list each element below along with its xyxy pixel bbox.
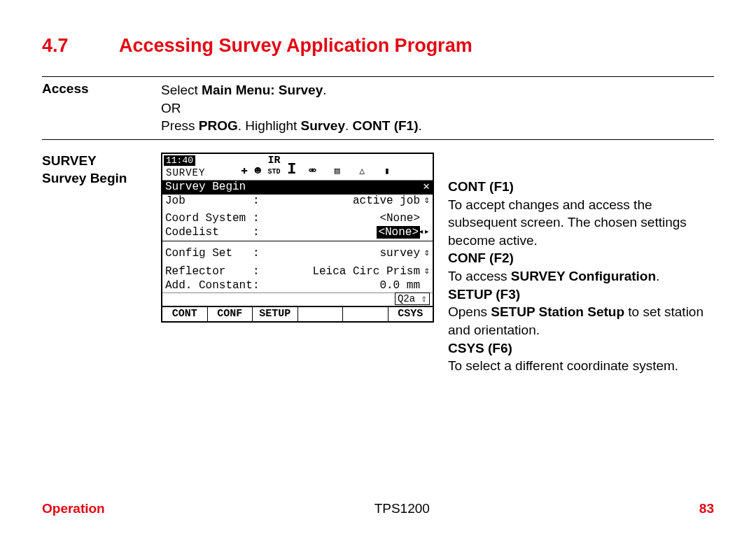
lcd-row-coordsys: Coord System: <None> <box>162 212 433 226</box>
close-icon: ✕ <box>423 181 430 194</box>
desc-conf-title: CONF (F2) <box>448 249 714 267</box>
desc-setup-title: SETUP (F3) <box>448 285 714 304</box>
updown-icon: ⇕ <box>424 248 430 258</box>
lcd-statusbar: 11:40 SURVEY ✚ ☻ IR STD I ⚮ ▤ △ ▮ <box>162 154 433 181</box>
softkey-f3[interactable]: SETUP <box>253 307 298 322</box>
lcd-mode: SURVEY <box>164 167 205 178</box>
softkey-descriptions: CONT (F1) To accept changes and access t… <box>448 153 714 375</box>
desc-csys-body: To select a different coordinate system. <box>448 357 714 375</box>
access-row: Access Select Main Menu: Survey. OR Pres… <box>42 81 714 135</box>
section-number: 4.7 <box>42 35 119 57</box>
device-screen: 11:40 SURVEY ✚ ☻ IR STD I ⚮ ▤ △ ▮ <box>161 153 434 375</box>
survey-label: SURVEY Survey Begin <box>42 153 161 375</box>
main-row: SURVEY Survey Begin 11:40 SURVEY ✚ ☻ IR … <box>42 153 714 375</box>
lcd-row-addconst: Add. Constant: 0.0 mm <box>162 279 433 293</box>
page-footer: Operation TPS1200 83 <box>42 501 714 516</box>
lcd-time: 11:40 <box>164 155 195 166</box>
desc-cont-title: CONT (F1) <box>448 178 714 196</box>
divider <box>42 76 714 77</box>
desc-csys-title: CSYS (F6) <box>448 339 714 358</box>
desc-setup-body: Opens SETUP Station Setup to set station… <box>448 303 714 339</box>
lcd-softkeys: CONT CONF SETUP CSYS <box>162 306 433 322</box>
softkey-f4[interactable] <box>298 307 344 322</box>
softkey-f1[interactable]: CONT <box>162 307 208 322</box>
lcd-title: Survey Begin ✕ <box>162 181 433 195</box>
lcd-row-job: Job: active job⇕ <box>162 195 433 209</box>
divider <box>42 139 714 140</box>
footer-left: Operation <box>42 501 105 516</box>
softkey-f2[interactable]: CONF <box>208 307 253 322</box>
lcd-row-codelist: Codelist: <None>◂▸ <box>162 226 433 240</box>
face-icon: ☻ <box>254 164 261 177</box>
footer-right: 83 <box>699 501 714 516</box>
softkey-f6[interactable]: CSYS <box>388 307 433 322</box>
updown-icon: ⇕ <box>424 195 430 206</box>
access-content: Select Main Menu: Survey. OR Press PROG.… <box>161 81 714 135</box>
desc-cont-body: To accept changes and access the subsequ… <box>448 196 714 250</box>
section-title: Accessing Survey Application Program <box>119 35 472 56</box>
lcd-status: Q2a ⇧ <box>162 292 433 305</box>
lcd-row-reflector: Reflector: Leica Circ Prism⇕ <box>162 265 433 279</box>
bt-icon: ⚮ <box>303 167 321 176</box>
softkey-f5[interactable] <box>343 307 388 322</box>
desc-conf-body: To access SURVEY Configuration. <box>448 267 714 285</box>
footer-center: TPS1200 <box>374 501 430 516</box>
bell-icon: △ <box>353 167 371 176</box>
updown-icon: ⇕ <box>424 266 430 276</box>
plus-icon: ✚ <box>241 164 248 177</box>
access-label: Access <box>42 81 161 135</box>
leftright-icon: ◂▸ <box>418 227 430 237</box>
card-icon: ▤ <box>328 167 346 176</box>
battery-icon: ▮ <box>378 167 396 176</box>
lcd-row-configset: Config Set: survey⇕ <box>162 247 433 261</box>
section-heading: 4.7Accessing Survey Application Program <box>42 35 714 57</box>
